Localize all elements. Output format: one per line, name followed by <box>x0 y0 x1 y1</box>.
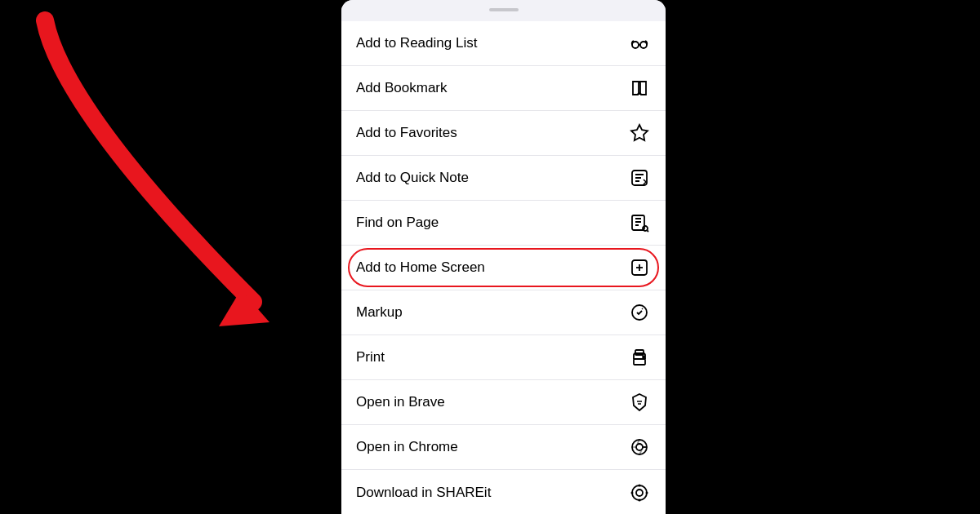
svg-point-17 <box>636 444 643 450</box>
menu-item-label: Add to Reading List <box>356 35 477 51</box>
handle-bar <box>489 8 519 11</box>
menu-item-chrome[interactable]: Open in Chrome <box>341 425 666 470</box>
svg-point-2 <box>640 42 647 48</box>
svg-point-25 <box>639 498 641 501</box>
menu-item-label: Add to Home Screen <box>356 259 485 276</box>
menu-item-label: Open in Chrome <box>356 439 458 455</box>
findpage-icon <box>628 211 651 234</box>
svg-point-23 <box>636 490 643 496</box>
menu-item-quicknote[interactable]: Add to Quick Note <box>341 156 666 201</box>
svg-point-24 <box>639 484 641 486</box>
menu-item-label: Add to Quick Note <box>356 170 469 186</box>
menu-item-label: Download in SHAREit <box>356 485 491 501</box>
menu-item-label: Add to Favorites <box>356 125 457 141</box>
menu-list: Add to Reading ListAdd BookmarkAdd to Fa… <box>341 21 666 514</box>
brave-icon <box>628 391 651 414</box>
menu-item-label: Add Bookmark <box>356 80 448 96</box>
menu-handle <box>341 0 666 16</box>
menu-item-label: Find on Page <box>356 215 439 231</box>
svg-point-15 <box>643 357 644 358</box>
svg-rect-14 <box>635 350 644 355</box>
homescreen-icon <box>628 256 651 279</box>
menu-item-print[interactable]: Print <box>341 335 666 380</box>
svg-line-8 <box>648 231 649 233</box>
menu-item-glasses[interactable]: Add to Reading List <box>341 21 666 66</box>
menu-item-label: Markup <box>356 304 403 321</box>
menu-item-star[interactable]: Add to Favorites <box>341 111 666 156</box>
glasses-icon <box>628 32 651 55</box>
menu-item-book[interactable]: Add Bookmark <box>341 66 666 111</box>
star-icon <box>628 122 651 144</box>
menu-item-findpage[interactable]: Find on Page <box>341 201 666 246</box>
svg-point-1 <box>632 42 639 48</box>
menu-item-markup[interactable]: Markup <box>341 290 666 335</box>
menu-item-label: Print <box>356 349 385 366</box>
svg-marker-4 <box>631 125 648 140</box>
shareit-icon <box>628 481 651 504</box>
book-icon <box>628 77 651 100</box>
share-menu: Add to Reading ListAdd BookmarkAdd to Fa… <box>341 0 666 514</box>
menu-item-brave[interactable]: Open in Brave <box>341 380 666 425</box>
menu-item-shareit[interactable]: Download in SHAREit <box>341 470 666 514</box>
svg-point-26 <box>631 491 634 494</box>
markup-icon <box>628 301 651 324</box>
menu-item-label: Open in Brave <box>356 394 445 410</box>
svg-point-22 <box>632 485 647 500</box>
chrome-icon <box>628 436 651 459</box>
svg-point-27 <box>646 491 648 494</box>
print-icon <box>628 346 651 369</box>
svg-point-7 <box>643 226 648 231</box>
menu-item-homescreen[interactable]: Add to Home Screen <box>341 246 666 290</box>
svg-rect-13 <box>634 359 645 365</box>
quicknote-icon <box>628 166 651 189</box>
svg-marker-0 <box>219 290 270 326</box>
